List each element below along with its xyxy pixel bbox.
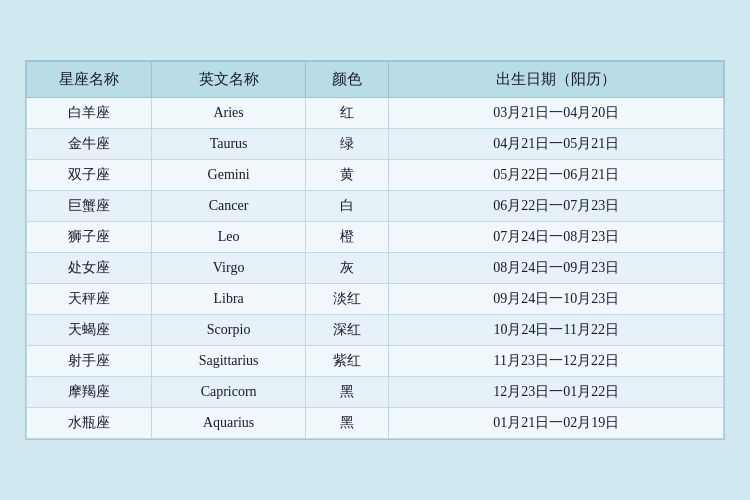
- table-row: 白羊座Aries红03月21日一04月20日: [27, 98, 724, 129]
- cell-chinese: 狮子座: [27, 222, 152, 253]
- cell-english: Scorpio: [152, 315, 305, 346]
- cell-date: 01月21日一02月19日: [389, 408, 724, 439]
- cell-chinese: 摩羯座: [27, 377, 152, 408]
- cell-color: 黑: [305, 377, 389, 408]
- header-english-name: 英文名称: [152, 62, 305, 98]
- cell-color: 黄: [305, 160, 389, 191]
- cell-english: Aquarius: [152, 408, 305, 439]
- cell-color: 淡红: [305, 284, 389, 315]
- header-birth-date: 出生日期（阳历）: [389, 62, 724, 98]
- cell-date: 11月23日一12月22日: [389, 346, 724, 377]
- cell-chinese: 处女座: [27, 253, 152, 284]
- cell-english: Sagittarius: [152, 346, 305, 377]
- cell-color: 紫红: [305, 346, 389, 377]
- cell-english: Leo: [152, 222, 305, 253]
- table-row: 水瓶座Aquarius黑01月21日一02月19日: [27, 408, 724, 439]
- cell-english: Capricorn: [152, 377, 305, 408]
- cell-date: 10月24日一11月22日: [389, 315, 724, 346]
- cell-chinese: 金牛座: [27, 129, 152, 160]
- zodiac-table-container: 星座名称 英文名称 颜色 出生日期（阳历） 白羊座Aries红03月21日一04…: [25, 60, 725, 440]
- cell-date: 03月21日一04月20日: [389, 98, 724, 129]
- cell-date: 04月21日一05月21日: [389, 129, 724, 160]
- table-row: 摩羯座Capricorn黑12月23日一01月22日: [27, 377, 724, 408]
- cell-chinese: 双子座: [27, 160, 152, 191]
- cell-english: Taurus: [152, 129, 305, 160]
- table-row: 处女座Virgo灰08月24日一09月23日: [27, 253, 724, 284]
- cell-color: 黑: [305, 408, 389, 439]
- cell-chinese: 水瓶座: [27, 408, 152, 439]
- cell-color: 红: [305, 98, 389, 129]
- table-row: 天秤座Libra淡红09月24日一10月23日: [27, 284, 724, 315]
- cell-date: 12月23日一01月22日: [389, 377, 724, 408]
- table-row: 双子座Gemini黄05月22日一06月21日: [27, 160, 724, 191]
- cell-color: 深红: [305, 315, 389, 346]
- header-color: 颜色: [305, 62, 389, 98]
- header-chinese-name: 星座名称: [27, 62, 152, 98]
- table-row: 天蝎座Scorpio深红10月24日一11月22日: [27, 315, 724, 346]
- cell-date: 08月24日一09月23日: [389, 253, 724, 284]
- cell-chinese: 射手座: [27, 346, 152, 377]
- cell-english: Virgo: [152, 253, 305, 284]
- cell-chinese: 巨蟹座: [27, 191, 152, 222]
- cell-english: Gemini: [152, 160, 305, 191]
- cell-color: 白: [305, 191, 389, 222]
- table-header-row: 星座名称 英文名称 颜色 出生日期（阳历）: [27, 62, 724, 98]
- cell-date: 07月24日一08月23日: [389, 222, 724, 253]
- cell-english: Libra: [152, 284, 305, 315]
- table-row: 巨蟹座Cancer白06月22日一07月23日: [27, 191, 724, 222]
- cell-chinese: 天秤座: [27, 284, 152, 315]
- cell-english: Aries: [152, 98, 305, 129]
- cell-chinese: 天蝎座: [27, 315, 152, 346]
- cell-date: 09月24日一10月23日: [389, 284, 724, 315]
- table-row: 狮子座Leo橙07月24日一08月23日: [27, 222, 724, 253]
- table-row: 射手座Sagittarius紫红11月23日一12月22日: [27, 346, 724, 377]
- table-row: 金牛座Taurus绿04月21日一05月21日: [27, 129, 724, 160]
- cell-date: 05月22日一06月21日: [389, 160, 724, 191]
- cell-english: Cancer: [152, 191, 305, 222]
- cell-color: 灰: [305, 253, 389, 284]
- cell-color: 绿: [305, 129, 389, 160]
- cell-chinese: 白羊座: [27, 98, 152, 129]
- cell-color: 橙: [305, 222, 389, 253]
- zodiac-table: 星座名称 英文名称 颜色 出生日期（阳历） 白羊座Aries红03月21日一04…: [26, 61, 724, 439]
- cell-date: 06月22日一07月23日: [389, 191, 724, 222]
